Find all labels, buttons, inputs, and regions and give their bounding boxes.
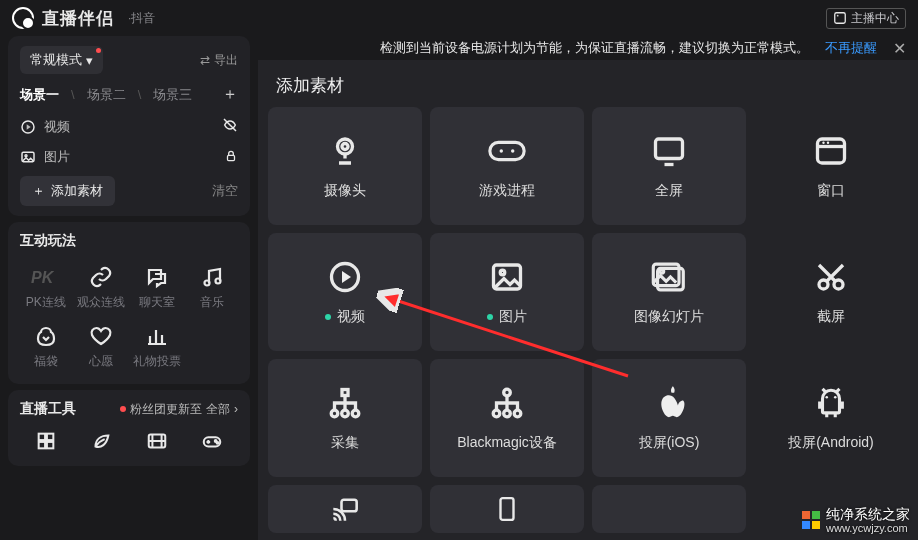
watermark-url: www.ycwjzy.com [826, 522, 910, 534]
source-card-video[interactable]: 视频 [268, 233, 422, 351]
source-card-ios[interactable]: 投屏(iOS) [592, 359, 746, 477]
svg-point-20 [500, 149, 503, 152]
item-label: PK连线 [26, 295, 66, 309]
item-label: 福袋 [34, 354, 58, 368]
source-card-image[interactable]: 图片 [430, 233, 584, 351]
interactive-item-wish[interactable]: 心愿 [76, 319, 128, 374]
mode-dropdown[interactable]: 常规模式 ▾ [20, 46, 103, 74]
card-label: 投屏(iOS) [639, 434, 700, 452]
svg-point-42 [825, 396, 828, 399]
warning-dismiss-link[interactable]: 不再提醒 [825, 39, 877, 57]
add-source-label: 添加素材 [51, 182, 103, 200]
source-label: 视频 [44, 118, 70, 136]
scene-tab-1[interactable]: 场景一 [20, 86, 59, 104]
scene-tab-3[interactable]: 场景三 [153, 86, 192, 104]
interactive-item-audience[interactable]: 观众连线 [76, 260, 128, 315]
source-card-screenshot[interactable]: 截屏 [754, 233, 908, 351]
source-row-1: 摄像头 游戏进程 全屏 窗口 [258, 107, 918, 225]
tool-item-2[interactable] [76, 424, 128, 462]
scene-tab-2[interactable]: 场景二 [87, 86, 126, 104]
svg-rect-34 [342, 390, 348, 396]
tree-icon [489, 384, 525, 422]
lock-icon[interactable] [224, 149, 238, 166]
hidden-icon[interactable] [222, 117, 238, 136]
leaf-icon [90, 430, 112, 452]
source-row-2: 视频 图片 图像幻灯片 截屏 [258, 233, 918, 351]
source-label: 图片 [44, 148, 70, 166]
source-card-window[interactable]: 窗口 [754, 107, 908, 225]
play-icon [20, 119, 36, 135]
source-card-capture[interactable]: 采集 [268, 359, 422, 477]
svg-rect-12 [47, 442, 53, 448]
swap-button[interactable]: ⇄ 导出 [200, 52, 238, 69]
link-icon [76, 264, 128, 290]
svg-point-24 [822, 142, 824, 144]
svg-rect-19 [490, 142, 524, 159]
svg-point-39 [493, 410, 500, 417]
red-dot-icon [120, 406, 126, 412]
interactive-title: 互动玩法 [20, 232, 238, 250]
source-card-extra-3[interactable] [592, 485, 746, 533]
source-card-camera[interactable]: 摄像头 [268, 107, 422, 225]
tab-separator: \ [138, 87, 142, 102]
source-row-3: 采集 Blackmagic设备 投屏(iOS) 投屏(Android) [258, 359, 918, 477]
watermark: 纯净系统之家 www.ycwjzy.com [802, 506, 910, 534]
source-card-blackmagic[interactable]: Blackmagic设备 [430, 359, 584, 477]
swap-label: 导出 [214, 52, 238, 69]
camera-icon [327, 132, 363, 170]
host-center-button[interactable]: 主播中心 [826, 8, 906, 29]
chevron-down-icon: ▾ [86, 53, 93, 68]
clear-sources-button[interactable]: 清空 [212, 182, 238, 200]
source-item-video[interactable]: 视频 [20, 111, 238, 142]
interactive-item-gift-vote[interactable]: 礼物投票 [131, 319, 183, 374]
interactive-item-pk[interactable]: PK PK连线 [20, 260, 72, 315]
swap-icon: ⇄ [200, 53, 210, 67]
tool-item-3[interactable] [131, 424, 183, 462]
svg-point-16 [217, 442, 219, 444]
notification-dot [96, 48, 101, 53]
source-card-slideshow[interactable]: 图像幻灯片 [592, 233, 746, 351]
tools-panel: 直播工具 粉丝团更新至 全部 › [8, 390, 250, 466]
item-label: 心愿 [89, 354, 113, 368]
bag-icon [20, 323, 72, 349]
source-card-extra-2[interactable] [430, 485, 584, 533]
svg-rect-0 [835, 13, 846, 24]
grid-icon [35, 430, 57, 452]
tool-item-1[interactable] [20, 424, 72, 462]
close-icon[interactable]: ✕ [893, 39, 906, 58]
card-label: 窗口 [817, 182, 845, 200]
svg-rect-23 [818, 139, 845, 163]
interactive-item-lucky-bag[interactable]: 福袋 [20, 319, 72, 374]
interactive-item-music[interactable]: 音乐 [187, 260, 239, 315]
source-item-image[interactable]: 图片 [20, 142, 238, 172]
interactive-item-chatroom[interactable]: 聊天室 [131, 260, 183, 315]
add-source-button[interactable]: ＋ 添加素材 [20, 176, 115, 206]
fans-note-text: 粉丝团更新至 [130, 401, 202, 418]
fans-update-link[interactable]: 粉丝团更新至 全部 › [120, 401, 238, 418]
source-card-android[interactable]: 投屏(Android) [754, 359, 908, 477]
svg-point-17 [338, 139, 353, 154]
gamepad-icon [201, 430, 223, 452]
chart-icon [131, 323, 183, 349]
card-label: 采集 [331, 434, 359, 452]
scissors-icon [813, 258, 849, 296]
tool-item-4[interactable] [187, 424, 239, 462]
source-card-fullscreen[interactable]: 全屏 [592, 107, 746, 225]
interactive-panel: 互动玩法 PK PK连线 观众连线 聊天室 音乐 [8, 222, 250, 384]
heart-icon [76, 323, 128, 349]
app-subtitle: ·抖音 [128, 10, 155, 27]
card-label: 全屏 [655, 182, 683, 200]
add-scene-button[interactable]: ＋ [222, 84, 238, 105]
svg-rect-44 [342, 500, 357, 512]
tab-separator: \ [71, 87, 75, 102]
card-label: 摄像头 [324, 182, 366, 200]
source-card-game[interactable]: 游戏进程 [430, 107, 584, 225]
cast-icon [331, 496, 359, 522]
card-label: 投屏(Android) [788, 434, 874, 452]
svg-point-38 [504, 389, 511, 396]
source-card-extra-1[interactable] [268, 485, 422, 533]
svg-point-43 [834, 396, 837, 399]
chat-icon [131, 264, 183, 290]
host-center-label: 主播中心 [851, 10, 899, 27]
logo-icon [12, 7, 34, 29]
